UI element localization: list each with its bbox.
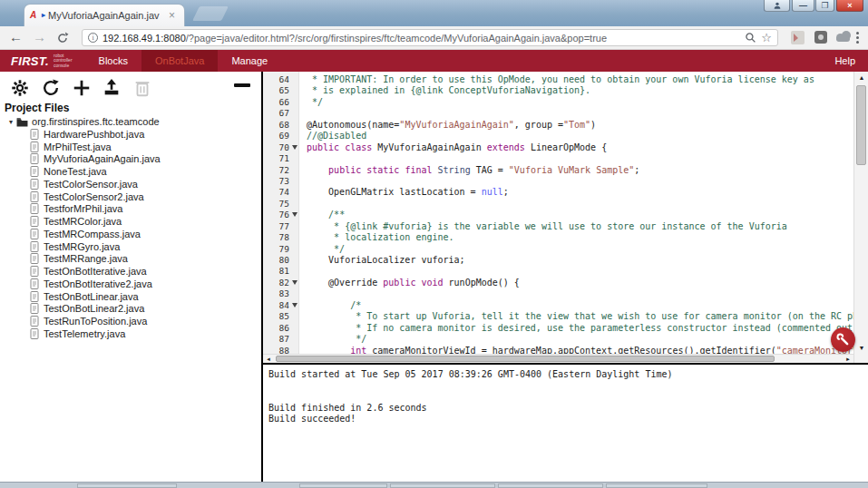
code-line[interactable]: 69//@Disabled xyxy=(263,131,853,142)
tab-close-icon[interactable]: × xyxy=(169,10,175,21)
extension-cloud-icon[interactable] xyxy=(834,31,851,42)
java-file-icon xyxy=(30,203,39,214)
refresh-button[interactable] xyxy=(56,32,69,48)
file-item[interactable]: TestMRGyro.java xyxy=(0,240,261,253)
fold-marker-icon[interactable] xyxy=(292,212,297,217)
file-item[interactable]: MyVuforiaAgainAgain.java xyxy=(0,153,261,166)
code-text: */ xyxy=(299,244,853,255)
file-item[interactable]: TestColorSensor.java xyxy=(0,178,261,190)
new-tab-button[interactable] xyxy=(192,6,229,21)
code-line[interactable]: 84 /* xyxy=(263,300,853,311)
collapse-sidebar-button[interactable] xyxy=(234,83,250,87)
window-close-button[interactable]: × xyxy=(836,0,863,12)
code-line[interactable]: 73 xyxy=(263,176,853,187)
scroll-down-button[interactable]: ▼ xyxy=(854,342,868,354)
editor-vertical-scrollbar[interactable]: ▲ ▼ xyxy=(853,72,868,363)
file-item[interactable]: NoneTest.java xyxy=(0,165,261,178)
file-item[interactable]: TestOnBotIterative2.java xyxy=(0,278,261,290)
vertical-scrollbar-thumb[interactable] xyxy=(856,85,866,165)
help-link[interactable]: Help xyxy=(822,50,868,72)
upload-button[interactable] xyxy=(102,78,122,98)
file-item[interactable]: TestRunToPosition.java xyxy=(0,315,261,327)
code-line[interactable]: 77 * {@link #vuforia} is the variable we… xyxy=(263,221,853,232)
add-file-button[interactable] xyxy=(72,78,92,98)
url-text[interactable]: 192.168.49.1:8080/?page=java/editor.html… xyxy=(102,33,740,44)
file-item[interactable]: TestMRCompass.java xyxy=(0,228,261,240)
code-line[interactable]: 71 xyxy=(263,153,853,164)
tab-title: MyVuforiaAgainAgain.jav xyxy=(48,10,164,21)
code-line[interactable]: 66 */ xyxy=(263,97,853,108)
scroll-right-button[interactable]: ► xyxy=(843,355,853,363)
code-text xyxy=(299,288,853,299)
line-number: 72 xyxy=(263,165,299,176)
horizontal-scrollbar-thumb[interactable] xyxy=(276,356,775,362)
file-item[interactable]: TestColorSensor2.java xyxy=(0,190,261,203)
code-text xyxy=(299,199,853,210)
undo-button[interactable] xyxy=(41,78,61,98)
folder-icon xyxy=(16,117,28,127)
code-line[interactable]: 87 */ xyxy=(263,334,853,345)
extension-square-icon[interactable] xyxy=(814,31,827,44)
file-list: HardwarePushbot.java MrPhilTest.java xyxy=(0,128,261,340)
tree-folder[interactable]: ▾ org.firstinspires.ftc.teamcode xyxy=(0,115,261,128)
code-text: * If no camera monitor is desired, use t… xyxy=(299,323,853,334)
maximize-button[interactable]: ❐ xyxy=(815,0,834,12)
code-line[interactable]: 83 xyxy=(263,288,853,299)
code-line[interactable]: 72 public static final String TAG = "Vuf… xyxy=(263,165,853,176)
code-line[interactable]: 68@Autonomous(name="MyVuforiaAgainAgain"… xyxy=(263,120,853,131)
settings-button[interactable] xyxy=(10,78,30,98)
scroll-up-button[interactable]: ▲ xyxy=(854,72,868,83)
browser-tab[interactable]: A▸ MyVuforiaAgainAgain.jav × xyxy=(24,4,185,26)
nav-item-manage[interactable]: Manage xyxy=(218,50,281,72)
delete-button[interactable] xyxy=(132,78,152,98)
back-button[interactable]: ← xyxy=(9,28,23,46)
code-line[interactable]: 86 * If no camera monitor is desired, us… xyxy=(263,323,853,334)
code-line[interactable]: 74 OpenGLMatrix lastLocation = null; xyxy=(263,187,853,198)
code-text xyxy=(299,153,853,164)
code-line[interactable]: 64 * IMPORTANT: In order to use this OpM… xyxy=(263,74,853,85)
file-item[interactable]: TestforMrPhil.java xyxy=(0,203,261,216)
code-line[interactable]: 80 VuforiaLocalizer vuforia; xyxy=(263,255,853,266)
code-line[interactable]: 82 @Override public void runOpMode() { xyxy=(263,278,853,288)
logo-subtext: robotcontrollerconsole xyxy=(54,54,73,69)
extension-pdf-icon[interactable] xyxy=(791,31,805,44)
fold-marker-icon[interactable] xyxy=(292,280,297,285)
file-name: TestMRGyro.java xyxy=(44,241,120,252)
minimize-button[interactable]: — xyxy=(792,0,814,12)
code-line[interactable]: 85 * To start up Vuforia, tell it the vi… xyxy=(263,311,853,322)
profile-button[interactable] xyxy=(764,0,790,12)
scroll-left-button[interactable]: ◄ xyxy=(263,355,274,363)
code-editor[interactable]: 64 * IMPORTANT: In order to use this OpM… xyxy=(263,72,868,363)
address-bar[interactable]: i 192.168.49.1:8080/?page=java/editor.ht… xyxy=(82,29,778,46)
nav-item-blocks[interactable]: Blocks xyxy=(85,50,141,72)
file-item[interactable]: TestOnBotLinear.java xyxy=(0,290,261,303)
code-lines[interactable]: 64 * IMPORTANT: In order to use this OpM… xyxy=(263,74,853,356)
info-icon[interactable]: i xyxy=(88,33,98,43)
build-wrench-button[interactable] xyxy=(831,327,855,352)
code-line[interactable]: 81 xyxy=(263,266,853,277)
file-item[interactable]: TestMRRange.java xyxy=(0,253,261,266)
code-line[interactable]: 75 xyxy=(263,199,853,210)
file-item[interactable]: HardwarePushbot.java xyxy=(0,128,261,141)
line-number: 68 xyxy=(263,120,299,131)
file-item[interactable]: TestOnBotLinear2.java xyxy=(0,303,261,316)
file-item[interactable]: MrPhilTest.java xyxy=(0,141,261,153)
fold-marker-icon[interactable] xyxy=(292,145,297,150)
file-item[interactable]: TestMRColor.java xyxy=(0,215,261,228)
browser-menu-button[interactable] xyxy=(856,30,860,45)
code-line[interactable]: 76 /** xyxy=(263,210,853,220)
fold-marker-icon[interactable] xyxy=(292,303,297,307)
code-line[interactable]: 79 */ xyxy=(263,244,853,255)
forward-button[interactable]: → xyxy=(33,28,46,46)
bookmark-star-icon[interactable]: ☆ xyxy=(761,31,772,44)
zoom-icon[interactable] xyxy=(745,32,756,44)
file-item[interactable]: TestTelemetry.java xyxy=(0,327,261,340)
code-line[interactable]: 65 * is explained in {@link ConceptVufor… xyxy=(263,85,853,96)
caret-down-icon[interactable]: ▾ xyxy=(9,118,13,126)
editor-horizontal-scrollbar[interactable]: ◄ ► xyxy=(263,354,853,363)
code-line[interactable]: 67 xyxy=(263,108,853,119)
code-line[interactable]: 78 * localization engine. xyxy=(263,232,853,243)
code-line[interactable]: 70public class MyVuforiaAgainAgain exten… xyxy=(263,142,853,153)
nav-item-onbotjava[interactable]: OnBotJava xyxy=(141,50,218,72)
file-item[interactable]: TestOnBotIterative.java xyxy=(0,265,261,278)
